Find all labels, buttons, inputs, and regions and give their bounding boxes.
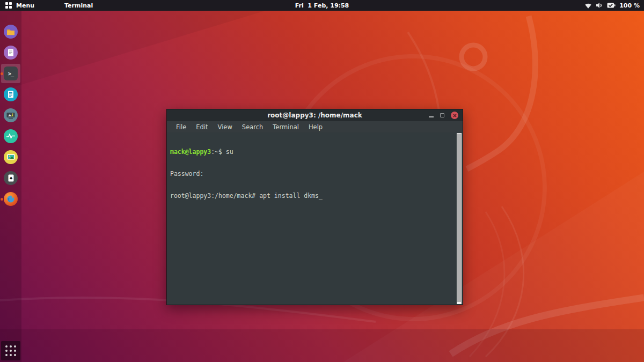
image-icon — [6, 112, 15, 119]
terminal-icon: >_ — [4, 67, 18, 80]
window-controls — [429, 112, 463, 119]
system-tray: 100 % — [584, 2, 644, 9]
playing-card-icon: ♠ — [8, 174, 14, 182]
firefox-icon — [6, 194, 16, 204]
spade-glyph: ♠ — [9, 176, 12, 181]
top-panel: Menu Terminal Fri 1 Feb, 19:58 100 % — [0, 0, 644, 11]
scrollbar-thumb[interactable] — [457, 134, 461, 302]
window-title: root@lappy3: /home/mack — [167, 112, 463, 119]
app-grid-icon[interactable] — [5, 2, 12, 9]
menu-edit[interactable]: Edit — [191, 122, 213, 132]
terminal-menubar: File Edit View Search Terminal Help — [167, 121, 463, 132]
terminal-line: root@lappy3:/home/mack# apt install dkms… — [170, 193, 454, 200]
panel-active-app[interactable]: Terminal — [64, 2, 93, 9]
dock-item-image-viewer[interactable] — [4, 108, 18, 122]
menu-search[interactable]: Search — [237, 122, 268, 132]
restore-button[interactable] — [440, 113, 444, 117]
panel-clock[interactable]: Fri 1 Feb, 19:58 — [0, 2, 644, 9]
dock-item-system-monitor[interactable] — [4, 129, 18, 143]
terminal-running-indicator — [1, 72, 3, 75]
panel-menu-button[interactable]: Menu — [16, 2, 34, 9]
menu-help[interactable]: Help — [304, 122, 327, 132]
shell-prompt: mack@lappy3 — [170, 148, 211, 156]
volume-icon[interactable] — [596, 2, 603, 9]
terminal-scrollbar[interactable] — [457, 133, 462, 304]
menu-terminal[interactable]: Terminal — [268, 122, 304, 132]
terminal-line: mack@lappy3:~$ su — [170, 149, 454, 156]
menu-file[interactable]: File — [171, 122, 191, 132]
desktop: Menu Terminal Fri 1 Feb, 19:58 100 % — [0, 0, 644, 362]
dock-item-document-viewer[interactable] — [4, 87, 18, 101]
dock: >_ ♠ — [0, 11, 21, 362]
close-icon — [453, 114, 457, 117]
terminal-line: Password: — [170, 171, 454, 178]
dock-item-text-editor[interactable] — [4, 46, 18, 60]
terminal-output[interactable]: mack@lappy3:~$ su Password: root@lappy3:… — [167, 132, 463, 305]
terminal-cursor: _ — [319, 192, 323, 200]
document-icon — [8, 49, 14, 56]
dock-item-solitaire[interactable]: ♠ — [4, 171, 18, 185]
battery-charged-icon[interactable] — [607, 2, 616, 9]
dock-item-file-manager[interactable] — [4, 25, 18, 39]
dock-item-photos[interactable] — [4, 150, 18, 164]
wifi-icon[interactable] — [584, 3, 592, 9]
menu-view[interactable]: View — [213, 122, 237, 132]
terminal-window: root@lappy3: /home/mack File Edit View S… — [166, 109, 463, 305]
show-applications-button[interactable] — [1, 341, 20, 360]
dock-item-terminal[interactable]: >_ — [4, 67, 18, 80]
close-button[interactable] — [451, 112, 458, 119]
document-lines-icon — [8, 91, 14, 98]
folder-icon — [6, 28, 15, 35]
dock-item-firefox[interactable] — [4, 192, 18, 206]
battery-percentage: 100 % — [619, 2, 640, 9]
pulse-icon — [6, 134, 15, 139]
minimize-button[interactable] — [429, 116, 434, 117]
terminal-titlebar[interactable]: root@lappy3: /home/mack — [167, 109, 463, 121]
firefox-running-indicator — [1, 198, 3, 201]
photo-icon — [7, 154, 15, 160]
